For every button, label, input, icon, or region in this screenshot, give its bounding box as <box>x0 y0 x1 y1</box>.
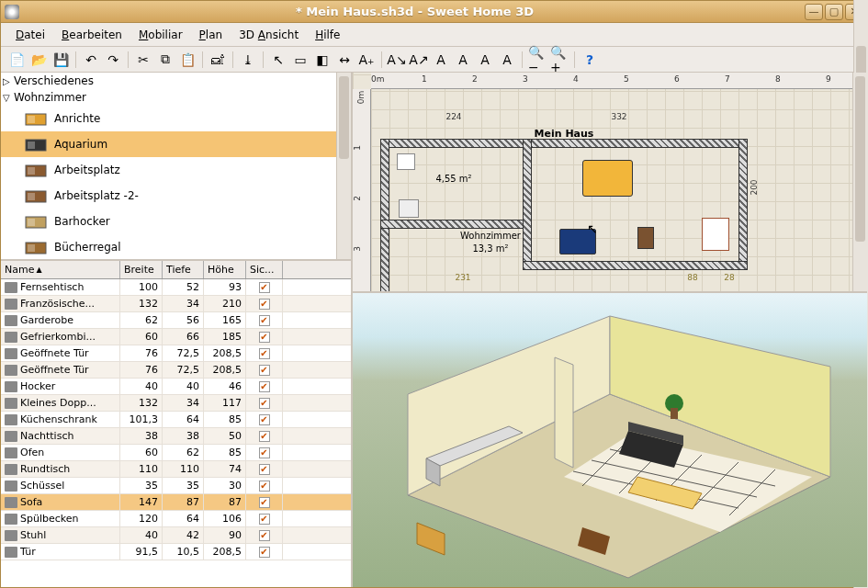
titlebar[interactable]: * Mein Haus.sh3d - Sweet Home 3D — ▢ ✕ <box>1 1 867 23</box>
cell-visible[interactable]: ✔ <box>246 279 283 295</box>
table-row[interactable]: Sofa1478787✔ <box>1 494 351 511</box>
table-row[interactable]: Spülbecken12064106✔ <box>1 511 351 527</box>
furniture-table[interactable]: Name▲BreiteTiefeHöheSic...Fernsehtisch10… <box>1 261 351 587</box>
checkbox-icon[interactable]: ✔ <box>259 547 270 558</box>
column-breite[interactable]: Breite <box>120 261 163 278</box>
catalog-item[interactable]: Arbeitsplatz <box>1 157 351 183</box>
table-row[interactable]: Rundtisch11011074✔ <box>1 461 351 478</box>
table-row[interactable]: Geöffnete Tür7672,5208,5✔ <box>1 345 351 362</box>
create-rooms-button[interactable]: ◧ <box>312 50 333 70</box>
zoom-out-button[interactable]: A↘ <box>387 50 407 70</box>
copy-button[interactable]: ⧉ <box>155 50 175 70</box>
plan-item-sink[interactable] <box>397 153 415 170</box>
checkbox-icon[interactable]: ✔ <box>259 348 270 359</box>
column-tiefe[interactable]: Tiefe <box>163 261 204 278</box>
cell-visible[interactable]: ✔ <box>246 395 283 411</box>
column-sichtbar[interactable]: Sic... <box>246 261 283 278</box>
catalog-item[interactable]: Anrichte <box>1 106 351 131</box>
catalog-scrollbar[interactable] <box>336 73 351 259</box>
table-row[interactable]: Tür91,510,5208,5✔ <box>1 544 351 560</box>
table-row[interactable]: Fernsehtisch1005293✔ <box>1 279 351 296</box>
help-button[interactable]: ? <box>580 50 600 70</box>
plan-scrollbar[interactable] <box>852 73 867 291</box>
table-row[interactable]: Französische...13234210✔ <box>1 296 351 312</box>
wall[interactable] <box>738 139 748 267</box>
cell-visible[interactable]: ✔ <box>246 296 283 311</box>
checkbox-icon[interactable]: ✔ <box>259 530 270 541</box>
cell-visible[interactable]: ✔ <box>246 494 283 510</box>
select-tool-button[interactable]: ↖ <box>268 50 288 70</box>
table-row[interactable]: Geöffnete Tür7672,5208,5✔ <box>1 362 351 379</box>
checkbox-icon[interactable]: ✔ <box>259 447 270 458</box>
create-dimensions-button[interactable]: ↔ <box>334 50 355 70</box>
column-name[interactable]: Name▲ <box>1 261 120 278</box>
wall[interactable] <box>523 261 748 270</box>
cut-button[interactable]: ✂ <box>133 50 153 70</box>
catalog-item[interactable]: Arbeitsplatz -2- <box>1 183 351 209</box>
checkbox-icon[interactable]: ✔ <box>259 299 270 310</box>
cell-visible[interactable]: ✔ <box>246 478 283 493</box>
table-row[interactable]: Ofen606285✔ <box>1 445 351 461</box>
cell-visible[interactable]: ✔ <box>246 379 283 394</box>
cell-visible[interactable]: ✔ <box>246 362 283 378</box>
checkbox-icon[interactable]: ✔ <box>259 381 270 392</box>
zoom-in-button[interactable]: A↗ <box>409 50 429 70</box>
plan-view[interactable]: 0m123456789 0m123 Mein Haus 224 332 200 … <box>353 73 867 293</box>
checkbox-icon[interactable]: ✔ <box>259 398 270 409</box>
table-row[interactable]: Nachttisch383850✔ <box>1 428 351 445</box>
cell-visible[interactable]: ✔ <box>246 445 283 460</box>
wall[interactable] <box>380 220 527 229</box>
zoom-minus-button[interactable]: 🔍− <box>527 50 547 70</box>
menu-datei[interactable]: Datei <box>8 26 52 44</box>
cell-visible[interactable]: ✔ <box>246 527 283 543</box>
checkbox-icon[interactable]: ✔ <box>259 315 270 326</box>
add-furniture-button[interactable]: 🛋 <box>208 50 228 70</box>
checkbox-icon[interactable]: ✔ <box>259 431 270 442</box>
catalog-item[interactable]: Barhocker <box>1 209 351 234</box>
table-row[interactable]: Schüssel353530✔ <box>1 478 351 494</box>
checkbox-icon[interactable]: ✔ <box>259 481 270 492</box>
save-file-button[interactable]: 💾 <box>51 50 71 70</box>
cell-visible[interactable]: ✔ <box>246 428 283 444</box>
catalog-item[interactable]: Bücherregal <box>1 234 351 260</box>
column-hoehe[interactable]: Höhe <box>204 261 246 278</box>
undo-button[interactable]: ↶ <box>81 50 101 70</box>
catalog-item[interactable]: Aquarium <box>1 131 351 157</box>
minimize-button[interactable]: — <box>805 4 823 20</box>
menu-plan[interactable]: Plan <box>192 26 231 44</box>
furniture-catalog[interactable]: ▷ Verschiedenes▽ WohnzimmerAnrichteAquar… <box>1 73 351 261</box>
import-button[interactable]: ⤓ <box>238 50 258 70</box>
table-row[interactable]: Garderobe6256165✔ <box>1 312 351 329</box>
pan-button[interactable]: A <box>453 50 473 70</box>
checkbox-icon[interactable]: ✔ <box>259 414 270 425</box>
plan-item-bed[interactable] <box>582 160 633 197</box>
table-row[interactable]: Stuhl404290✔ <box>1 527 351 544</box>
cell-visible[interactable]: ✔ <box>246 544 283 560</box>
plan-item-plant[interactable] <box>637 227 654 249</box>
cell-visible[interactable]: ✔ <box>246 345 283 361</box>
checkbox-icon[interactable]: ✔ <box>259 282 270 293</box>
text-a-button[interactable]: A <box>475 50 495 70</box>
cell-visible[interactable]: ✔ <box>246 329 283 345</box>
catalog-category[interactable]: ▷ Verschiedenes <box>1 73 351 89</box>
checkbox-icon[interactable]: ✔ <box>259 497 270 508</box>
text-a2-button[interactable]: A <box>497 50 517 70</box>
menu-hilfe[interactable]: Hilfe <box>308 26 347 44</box>
checkbox-icon[interactable]: ✔ <box>259 464 270 475</box>
catalog-category[interactable]: ▽ Wohnzimmer <box>1 89 351 106</box>
zoom-plus-button[interactable]: 🔍+ <box>549 50 569 70</box>
table-row[interactable]: Hocker404046✔ <box>1 379 351 395</box>
checkbox-icon[interactable]: ✔ <box>259 365 270 376</box>
menu-bearbeiten[interactable]: Bearbeiten <box>54 26 130 44</box>
checkbox-icon[interactable]: ✔ <box>259 514 270 525</box>
redo-button[interactable]: ↷ <box>103 50 123 70</box>
create-walls-button[interactable]: ▭ <box>290 50 310 70</box>
cell-visible[interactable]: ✔ <box>246 312 283 328</box>
new-file-button[interactable]: 📄 <box>6 50 27 70</box>
menu-mobiliar[interactable]: Mobiliar <box>131 26 190 44</box>
wall[interactable] <box>380 139 748 148</box>
table-row[interactable]: Kleines Dopp...13234117✔ <box>1 395 351 412</box>
paste-button[interactable]: 📋 <box>177 50 197 70</box>
checkbox-icon[interactable]: ✔ <box>259 332 270 343</box>
view-3d[interactable] <box>353 293 867 587</box>
